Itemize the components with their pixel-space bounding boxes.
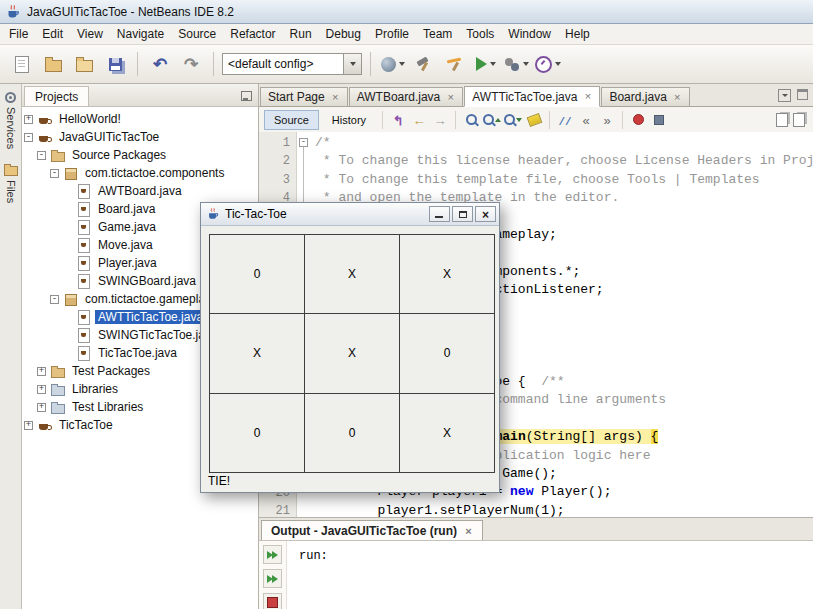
fold-toggle[interactable] [299,138,308,147]
board-cell-r3c3[interactable]: X [400,394,495,473]
menu-item[interactable]: Refactor [223,25,282,43]
tree-toggle[interactable] [50,295,59,304]
maximize-window-icon[interactable] [797,89,808,100]
board-cell-r2c1[interactable]: X [210,314,305,393]
menu-item[interactable]: Edit [35,25,70,43]
tree-toggle[interactable] [24,133,33,142]
menu-item[interactable]: File [2,25,35,43]
stop-macro-button[interactable] [650,111,668,129]
stop-build-button[interactable] [263,593,282,609]
find-next-button[interactable] [504,111,522,129]
tree-toggle[interactable] [50,169,59,178]
comment-icon [558,111,571,129]
save-all-button[interactable] [101,50,129,78]
tree-item-label: Game.java [95,220,159,234]
split-document-icon[interactable] [776,113,788,127]
rerun-button[interactable] [263,545,282,564]
board-cell-r1c1[interactable]: 0 [210,235,305,314]
minimize-button[interactable] [429,206,450,222]
menu-item[interactable]: Help [558,25,597,43]
forward-button[interactable] [431,111,449,129]
open-project-button[interactable] [70,50,98,78]
last-edit-button[interactable] [389,111,407,129]
tictactoe-titlebar[interactable]: Tic-Tac-Toe [201,203,499,226]
minimized-window-tab[interactable]: Services [0,87,21,155]
menu-item[interactable]: Profile [368,25,416,43]
toggle-highlight-button[interactable] [525,111,543,129]
tab-close-icon[interactable] [446,93,455,102]
editor-tab[interactable]: AWTTicTacToe.java [464,86,600,107]
shift-left-button[interactable] [577,111,595,129]
board-cell-r2c3[interactable]: 0 [400,314,495,393]
tree-toggle[interactable] [37,385,46,394]
tree-item[interactable]: HelloWorld! [22,110,258,128]
profile-project-button[interactable] [534,50,562,78]
tab-close-icon[interactable] [583,92,592,101]
tab-projects[interactable]: Projects [24,86,89,106]
java-logo-icon [206,207,220,221]
board-cell-r1c3[interactable]: X [400,235,495,314]
tab-close-icon[interactable] [464,527,473,536]
tree-toggle[interactable] [37,367,46,376]
source-view-button[interactable]: Source [264,110,319,130]
tree-item[interactable]: com.tictactoe.components [22,164,258,182]
board-cell-r1c2[interactable]: X [305,235,400,314]
menu-item[interactable]: View [70,25,110,43]
java-icon [76,202,91,217]
menu-item[interactable]: Tools [459,25,501,43]
menu-item[interactable]: Debug [319,25,368,43]
comment-button[interactable] [556,111,574,129]
tab-close-icon[interactable] [673,93,682,102]
tree-toggle[interactable] [37,151,46,160]
tree-item-label: com.tictactoe.components [82,166,227,180]
config-select[interactable]: <default config> [222,53,362,75]
history-view-button[interactable]: History [322,110,376,130]
tictactoe-window[interactable]: Tic-Tac-Toe 0 X X X X 0 0 0 X TIE! [200,202,500,493]
shift-right-button[interactable] [598,111,616,129]
new-file-button[interactable] [8,50,36,78]
maximize-button[interactable] [452,206,473,222]
tree-toggle[interactable] [24,421,33,430]
undo-button[interactable] [146,50,174,78]
tree-item[interactable]: AWTBoard.java [22,182,258,200]
board-cell-r3c2[interactable]: 0 [305,394,400,473]
output-console[interactable]: run: [287,541,813,609]
tree-item[interactable]: Source Packages [22,146,258,164]
menu-item[interactable]: Navigate [110,25,171,43]
tree-item[interactable]: JavaGUITicTacToe [22,128,258,146]
build-project-button[interactable] [410,50,438,78]
new-project-button[interactable] [39,50,67,78]
menu-item[interactable]: Source [171,25,223,43]
clone-document-icon[interactable] [793,113,805,127]
tab-list-icon[interactable] [778,89,791,102]
menu-item[interactable]: Team [416,25,459,43]
tree-toggle[interactable] [37,403,46,412]
clean-build-project-button[interactable] [441,50,469,78]
tab-close-icon[interactable] [331,93,340,102]
close-button[interactable] [475,206,496,222]
editor-tab[interactable]: Start Page [260,87,348,106]
project-icon [37,418,52,433]
editor-tab[interactable]: Board.java [601,87,689,106]
minimize-panel-icon[interactable] [241,91,252,101]
rerun-with-options-button[interactable] [263,569,282,588]
find-selection-button[interactable] [462,111,480,129]
run-configuration-button[interactable] [379,50,407,78]
output-tab[interactable]: Output - JavaGUITicTacToe (run) [261,520,483,540]
output-toolbar [259,541,287,609]
run-project-button[interactable] [472,50,500,78]
minimized-window-tab[interactable]: Files [0,158,21,209]
find-previous-button[interactable] [483,111,501,129]
back-button[interactable] [410,111,428,129]
tree-toggle[interactable] [24,115,33,124]
profile-icon [535,56,552,73]
menu-item[interactable]: Run [283,25,319,43]
debug-project-button[interactable] [503,50,531,78]
redo-button[interactable] [177,50,205,78]
chevron-down-icon[interactable] [343,54,361,74]
start-macro-button[interactable] [629,111,647,129]
board-cell-r3c1[interactable]: 0 [210,394,305,473]
board-cell-r2c2[interactable]: X [305,314,400,393]
editor-tab[interactable]: AWTBoard.java [349,87,464,106]
menu-item[interactable]: Window [501,25,558,43]
